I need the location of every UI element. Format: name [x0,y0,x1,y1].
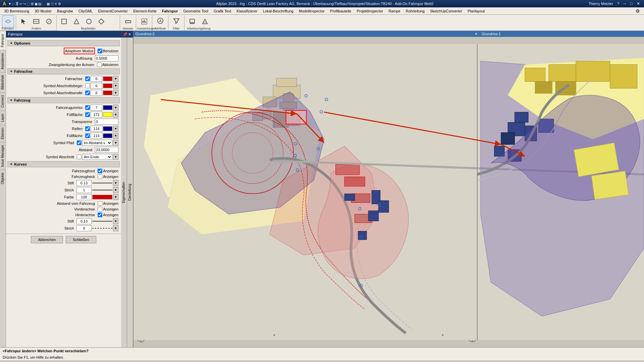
menu-lokal-beschriftung[interactable]: Lokal-Beschriftung [260,8,296,14]
close-btn[interactable]: ✕ [635,1,641,6]
section-optionen[interactable]: ▼ Optionen [7,40,120,46]
eigenschaften-tab[interactable]: Eigenschaften [121,38,127,347]
menu-profilbauteile[interactable]: Profilbauteile [327,8,354,14]
menu-element-kette[interactable]: Element-Kette [130,8,159,14]
symbol-ende-dropdown[interactable]: ▼ [113,90,118,96]
symbol-abschnitt-btn[interactable]: ▼ [113,154,118,160]
fahrzeugumriss-dropdown[interactable]: ▼ [113,105,118,111]
strich-input[interactable] [76,187,92,193]
toolbar-arbeitsumgebung-1[interactable] [186,15,198,27]
schliessen-button[interactable]: Schließen [66,236,96,243]
fahrachse-checkbox[interactable] [85,76,90,81]
left-tab-layer[interactable]: Layer [0,111,6,125]
menu-planlayout[interactable]: Planlayout [465,8,487,14]
toolbar-bearbeiten-3[interactable] [83,15,95,27]
reifen-value[interactable] [91,126,102,132]
symbol-pfad-checkbox[interactable] [77,140,82,145]
left-tab-fahrspur[interactable]: Fahrspur [0,31,6,50]
menu-fahrspur[interactable]: Fahrspur [159,8,181,14]
toolbar-fahrspur-main[interactable] [2,15,14,27]
aktivieren-checkbox[interactable] [97,62,102,67]
hinterachse-checkbox[interactable] [98,213,102,217]
fahrzeugfront-checkbox[interactable] [98,169,102,173]
menu-elementconverter[interactable]: ElementConverter [95,8,130,14]
toolbar-bearbeiten-4[interactable] [95,15,107,27]
minimize-btn[interactable]: ─ [622,1,628,6]
gear-icon[interactable]: ⚙ [633,8,643,14]
symbol-begin-checkbox[interactable] [85,83,90,88]
transparenz-input[interactable] [95,119,118,125]
symbol-begin-value[interactable] [91,83,102,89]
left-tab-issue-manager[interactable]: Issue Manager [0,142,6,170]
strich2-input[interactable] [76,225,92,231]
symbol-begin-color[interactable] [103,83,112,88]
fahrachse-dropdown[interactable]: ▼ [113,76,118,82]
fahrzeugumriss-value[interactable] [91,105,102,111]
symbol-abschnitt-checkbox[interactable] [77,155,82,159]
menu-grafik-text[interactable]: Grafik Text [211,8,234,14]
toolbar-bearbeiten-1[interactable] [58,15,70,27]
symbol-pfad-btn[interactable]: ▼ [113,140,118,146]
fuellflache-dropdown[interactable]: ▼ [113,112,118,118]
abstand-fahrzeug-checkbox[interactable] [98,201,102,206]
left-tab-bibliothek[interactable]: Bibliothek [0,72,6,92]
fahrzeugumriss-checkbox[interactable] [85,105,90,110]
stift2-dropdown[interactable]: ▼ [113,218,118,224]
maximize-btn[interactable]: □ [629,1,634,6]
reifen-fuellflache-dropdown[interactable]: ▼ [113,133,118,139]
toolbar-filter[interactable] [170,15,182,26]
grundriss2-close-icon[interactable]: ✕ [475,32,478,36]
farbe-input[interactable] [76,194,92,200]
left-tab-ebenen[interactable]: Ebenen [0,125,6,142]
symbol-pfad-select[interactable]: Im Abstand v [82,140,112,146]
fahrachse-value[interactable] [91,76,102,82]
menu-projektinspector[interactable]: Projektinspector [354,8,386,14]
left-tab-connect[interactable]: Connect [0,92,6,110]
strich2-dropdown[interactable]: ▼ [113,225,118,231]
strich-dropdown[interactable]: ▼ [113,187,118,193]
vorderachse-checkbox[interactable] [98,207,102,212]
toolbar-cursor[interactable] [17,15,30,27]
fahrachse-color[interactable] [103,76,112,81]
fuellflache-checkbox[interactable] [85,112,90,117]
benutzen-checkbox[interactable] [98,49,102,53]
panel-pin-btn[interactable]: 📌 [123,32,127,37]
abbrechen-button[interactable]: Abbrechen [31,236,63,243]
toolbar-bearbeiten-2[interactable] [70,15,83,27]
reifen-fuellflache-checkbox[interactable] [85,133,90,138]
toolbar-edit1[interactable] [30,15,42,27]
toolbar-messen[interactable] [122,15,134,27]
symbol-ende-checkbox[interactable] [85,90,90,95]
menu-3d-muster[interactable]: 3D Muster [32,8,54,14]
stift2-input[interactable] [76,218,92,224]
left-tab-assistieren[interactable]: Assistieren [0,50,6,72]
stift-dropdown[interactable]: ▼ [113,180,118,186]
fahrzeugheck-checkbox[interactable] [98,174,102,179]
farbe-color[interactable] [92,195,112,199]
menu-rohrleitung[interactable]: Rohrleitung [403,8,427,14]
abstand-input[interactable] [95,147,118,153]
menu-sketchup[interactable]: SketchUpConverter [427,8,465,14]
reifen-fuellflache-value[interactable] [91,133,102,139]
section-fahrachse[interactable]: ▼ Fahrachse [7,68,120,74]
help-icon[interactable]: ? [617,2,619,6]
reifen-color[interactable] [103,126,112,131]
section-fahrzeug[interactable]: ▼ Fahrzeug [7,97,120,103]
menu-citygml[interactable]: CityGML [76,8,96,14]
menu-klassifizierer[interactable]: Klassifizierer [234,8,260,14]
fuellflache-value[interactable] [91,112,102,118]
toolbar-auswertungen[interactable] [138,15,150,27]
symbol-ende-color[interactable] [103,90,112,95]
darstellung-tab[interactable]: Darstellung [127,38,133,347]
fuellflache-color[interactable] [103,112,112,117]
symbol-ende-value[interactable] [91,90,102,96]
toolbar-attribute[interactable]: A [154,15,166,26]
reifen-fuellflache-color[interactable] [103,133,112,138]
reifen-checkbox[interactable] [85,126,90,131]
menu-baugrube[interactable]: Baugrube [54,8,76,14]
menu-modellinspector[interactable]: Modellinspector [296,8,327,14]
reifen-dropdown[interactable]: ▼ [113,126,118,132]
toolbar-arbeitsumgebung-2[interactable] [199,15,211,27]
section-kurven[interactable]: ▼ Kurven [7,161,120,167]
menu-3d-bemessung[interactable]: 3D Bemessung [1,8,32,14]
